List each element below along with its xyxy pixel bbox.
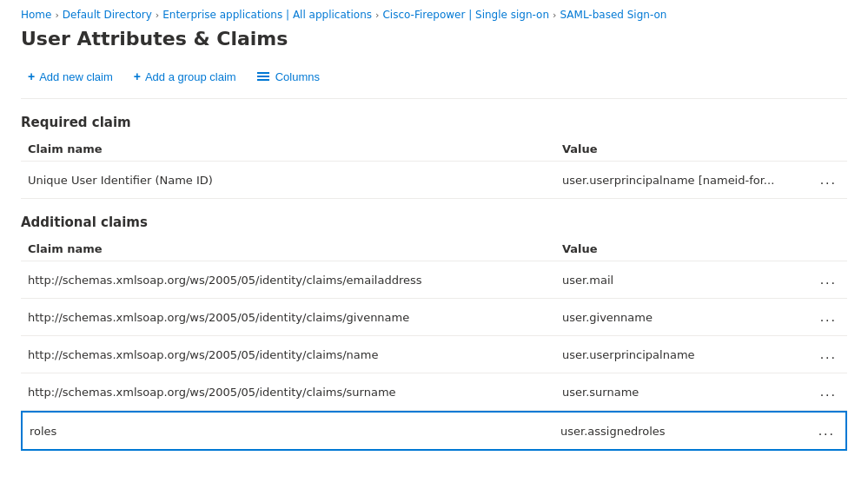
additional-table-header: Claim name Value [21, 237, 847, 261]
additional-row-more-button-1[interactable]: ... [817, 307, 840, 327]
additional-row-more-button-0[interactable]: ... [817, 270, 840, 289]
additional-col-actions-header [805, 242, 840, 255]
additional-row-actions-0: ... [805, 270, 840, 289]
additional-row-more-button-2[interactable]: ... [817, 345, 840, 364]
breadcrumb-sep-1: › [55, 10, 58, 21]
add-group-claim-label: Add a group claim [145, 70, 236, 83]
add-new-claim-label: Add new claim [39, 70, 113, 83]
breadcrumb-sep-4: › [553, 10, 556, 21]
plus-icon-group: + [134, 69, 141, 83]
breadcrumb-default-directory[interactable]: Default Directory [63, 9, 152, 21]
additional-row-claim-3: http://schemas.xmlsoap.org/ws/2005/05/id… [28, 386, 562, 399]
required-col-value-header: Value [562, 142, 805, 155]
additional-claims-section: Additional claims Claim name Value http:… [21, 215, 847, 451]
additional-claims-table: Claim name Value http://schemas.xmlsoap.… [21, 237, 847, 451]
additional-row-value-3: user.surname [562, 386, 805, 399]
additional-row-claim-0: http://schemas.xmlsoap.org/ws/2005/05/id… [28, 274, 562, 287]
additional-row-actions-3: ... [805, 382, 840, 401]
required-col-actions-header [805, 142, 840, 155]
additional-row-claim-1: http://schemas.xmlsoap.org/ws/2005/05/id… [28, 311, 562, 324]
additional-row-actions-4: ... [804, 421, 838, 440]
additional-row-more-button-4[interactable]: ... [815, 421, 838, 440]
required-col-claim-header: Claim name [28, 142, 562, 155]
table-row[interactable]: http://schemas.xmlsoap.org/ws/2005/05/id… [21, 373, 847, 411]
breadcrumb-home[interactable]: Home [21, 9, 51, 21]
breadcrumb-cisco[interactable]: Cisco-Firepower | Single sign-on [382, 9, 549, 21]
required-claim-section: Required claim Claim name Value Unique U… [21, 115, 847, 199]
add-new-claim-button[interactable]: + Add new claim [21, 65, 120, 88]
required-section-title: Required claim [21, 115, 847, 130]
additional-section-title: Additional claims [21, 215, 847, 230]
breadcrumb-enterprise-apps[interactable]: Enterprise applications | All applicatio… [162, 9, 372, 21]
additional-row-claim-2: http://schemas.xmlsoap.org/ws/2005/05/id… [28, 348, 562, 361]
breadcrumb: Home › Default Directory › Enterprise ap… [21, 0, 847, 28]
additional-rows-container: http://schemas.xmlsoap.org/ws/2005/05/id… [21, 261, 847, 451]
additional-col-value-header: Value [562, 242, 805, 255]
add-group-claim-button[interactable]: + Add a group claim [127, 65, 243, 88]
additional-row-actions-1: ... [805, 307, 840, 327]
columns-button[interactable]: Columns [250, 66, 327, 88]
plus-icon-new: + [28, 69, 35, 83]
table-row[interactable]: Unique User Identifier (Name ID) user.us… [21, 162, 847, 199]
columns-label: Columns [275, 70, 320, 83]
additional-row-value-0: user.mail [562, 274, 805, 287]
page-title: User Attributes & Claims [21, 28, 847, 50]
additional-row-more-button-3[interactable]: ... [817, 382, 840, 401]
additional-row-value-1: user.givenname [562, 311, 805, 324]
breadcrumb-saml: SAML-based Sign-on [560, 9, 666, 21]
required-row-more-button[interactable]: ... [817, 170, 840, 189]
required-table-header: Claim name Value [21, 137, 847, 162]
additional-row-value-4: user.assignedroles [560, 425, 804, 438]
breadcrumb-sep-2: › [156, 10, 159, 21]
required-row-value: user.userprincipalname [nameid-for... [562, 174, 805, 187]
breadcrumb-sep-3: › [375, 10, 379, 21]
columns-icon [257, 72, 269, 81]
additional-row-claim-4: roles [30, 425, 560, 438]
toolbar: + Add new claim + Add a group claim Colu… [21, 65, 847, 99]
required-row-claim: Unique User Identifier (Name ID) [28, 174, 562, 187]
additional-row-value-2: user.userprincipalname [562, 348, 805, 361]
table-row[interactable]: http://schemas.xmlsoap.org/ws/2005/05/id… [21, 336, 847, 373]
table-row[interactable]: roles user.assignedroles ... [21, 411, 847, 451]
required-claims-table: Claim name Value Unique User Identifier … [21, 137, 847, 199]
table-row[interactable]: http://schemas.xmlsoap.org/ws/2005/05/id… [21, 299, 847, 336]
table-row[interactable]: http://schemas.xmlsoap.org/ws/2005/05/id… [21, 261, 847, 299]
additional-col-claim-header: Claim name [28, 242, 562, 255]
additional-row-actions-2: ... [805, 345, 840, 364]
required-row-actions: ... [805, 170, 840, 189]
